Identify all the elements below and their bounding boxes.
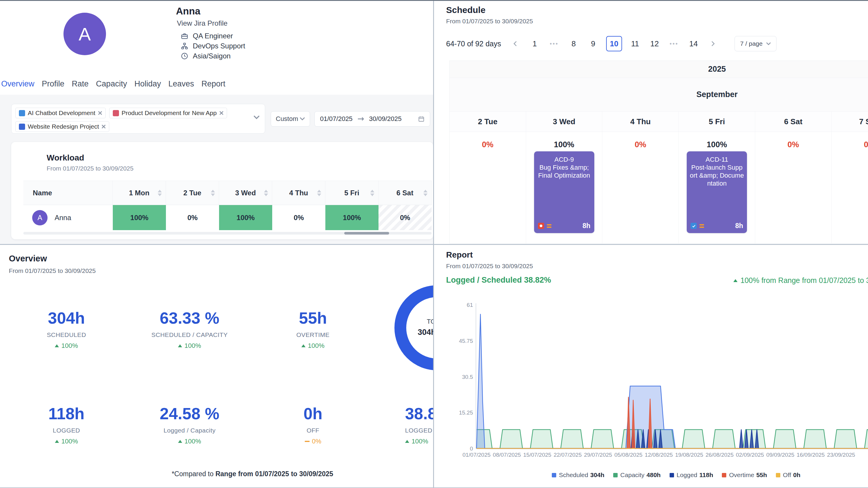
calendar-day-cell: 0% xyxy=(450,132,526,243)
workload-subtitle: From 01/07/2025 to 30/09/2025 xyxy=(46,165,133,172)
event-footer: 8h xyxy=(538,222,590,230)
close-icon[interactable] xyxy=(219,111,223,115)
legend-series-total: 0h xyxy=(793,471,800,479)
profile-timezone-row: Asia/Saigon xyxy=(181,51,230,61)
date-to-field[interactable]: 30/09/2025 xyxy=(369,115,402,123)
panel-profile-workload: A Anna View Jira Profile QA Engineer Dev… xyxy=(0,1,434,245)
project-filter-select[interactable]: AI Chatbot Development Product Developme… xyxy=(11,104,265,134)
clock-icon xyxy=(181,52,188,60)
trend-up-icon xyxy=(733,279,738,282)
schedule-event-card[interactable]: ACD-9 Bug Fixes &amp; Final Optimization… xyxy=(534,151,594,233)
page-size-select[interactable]: 7 / page xyxy=(735,36,776,51)
stat-label: OVERTIME xyxy=(297,331,330,338)
workload-cell: 100% xyxy=(219,205,272,230)
stat-value: 304h xyxy=(46,308,86,327)
stat-value: 55h xyxy=(297,308,330,327)
column-header-day[interactable]: 5 Fri xyxy=(326,181,378,205)
user-cell[interactable]: A Anna xyxy=(23,205,113,230)
chevron-down-icon[interactable] xyxy=(253,116,260,120)
legend-swatch-icon xyxy=(722,473,726,477)
legend-series-name: Overtime xyxy=(729,471,754,479)
page-number[interactable]: 8 xyxy=(567,36,580,51)
page-number-active[interactable]: 10 xyxy=(606,36,622,51)
horizontal-scrollbar[interactable] xyxy=(23,232,432,234)
legend-item[interactable]: Scheduled304h xyxy=(552,471,604,479)
sort-carets-icon[interactable] xyxy=(423,190,428,196)
pagination-ellipsis[interactable]: ••• xyxy=(668,36,681,51)
close-icon[interactable] xyxy=(98,111,102,115)
date-from-field[interactable]: 01/07/2025 xyxy=(320,115,352,123)
page-number[interactable]: 9 xyxy=(587,36,600,51)
page-number[interactable]: 1 xyxy=(528,36,541,51)
calendar-day-headers: 2 Tue 3 Wed 4 Thu 5 Fri 6 Sat 7 Sun xyxy=(450,111,868,132)
utilization-percent: 100% xyxy=(679,140,755,149)
tab-rate[interactable]: Rate xyxy=(72,79,89,89)
svg-text:30.5: 30.5 xyxy=(462,374,473,380)
column-header-day[interactable]: 2 Tue xyxy=(166,181,219,205)
day-header: 2 Tue xyxy=(450,111,526,132)
calendar-day-cell: 0% xyxy=(602,132,679,243)
stat-label: SCHEDULED / CAPACITY xyxy=(151,331,228,338)
page-number[interactable]: 11 xyxy=(628,36,642,51)
prev-page-button[interactable] xyxy=(509,36,522,51)
close-icon[interactable] xyxy=(101,125,106,129)
column-header-day[interactable]: 4 Thu xyxy=(272,181,326,205)
avatar: A xyxy=(63,13,106,55)
chevron-left-icon xyxy=(513,41,518,46)
project-avatar-icon xyxy=(113,110,119,116)
column-header-day[interactable]: 6 Sat xyxy=(378,181,432,205)
report-headline: Logged / Scheduled 38.82% xyxy=(446,275,551,285)
issue-summary: Post-launch Support &amp; Documentation xyxy=(690,163,744,187)
date-range-picker[interactable]: 01/07/2025 30/09/2025 xyxy=(314,111,430,127)
page-number[interactable]: 12 xyxy=(648,36,661,51)
stat-label: LOGGED / SCHEDULED xyxy=(405,427,434,434)
tab-overview[interactable]: Overview xyxy=(1,79,35,89)
legend-swatch-icon xyxy=(613,473,618,477)
report-subtitle: From 01/07/2025 to 30/09/2025 xyxy=(446,263,533,270)
legend-series-name: Logged xyxy=(677,471,698,479)
sort-carets-icon[interactable] xyxy=(370,190,374,196)
chevron-down-icon xyxy=(766,42,771,45)
project-tag[interactable]: AI Chatbot Development xyxy=(16,108,106,118)
legend-item[interactable]: Capacity480h xyxy=(613,471,661,479)
trend-value: 100% xyxy=(308,342,324,350)
tab-capacity[interactable]: Capacity xyxy=(96,79,127,89)
svg-text:16/09/2025: 16/09/2025 xyxy=(797,452,825,458)
project-tag[interactable]: Website Redesign Project xyxy=(16,121,109,132)
tab-profile[interactable]: Profile xyxy=(42,79,65,89)
sort-carets-icon[interactable] xyxy=(264,190,268,196)
next-page-button[interactable] xyxy=(707,36,719,51)
column-header-name[interactable]: Name xyxy=(23,181,113,205)
workload-table: Name 1 Mon 2 Tue 3 Wed 4 Thu 5 Fri 6 Sat… xyxy=(23,181,432,230)
page-number[interactable]: 14 xyxy=(687,36,700,51)
svg-text:12/08/2025: 12/08/2025 xyxy=(645,452,673,458)
scrollbar-thumb[interactable] xyxy=(344,232,389,234)
column-header-day[interactable]: 1 Mon xyxy=(113,181,166,205)
sort-carets-icon[interactable] xyxy=(158,190,162,196)
issue-key: ACD-11 xyxy=(690,156,744,163)
sort-carets-icon[interactable] xyxy=(211,190,215,196)
utilization-percent: 0% xyxy=(832,140,868,149)
day-header: 4 Thu xyxy=(602,111,679,132)
project-avatar-icon xyxy=(19,110,25,116)
column-header-day[interactable]: 3 Wed xyxy=(219,181,272,205)
tab-holiday[interactable]: Holiday xyxy=(134,79,161,89)
schedule-event-card[interactable]: ACD-11 Post-launch Support &amp; Documen… xyxy=(687,151,747,233)
day-header: 7 Sun xyxy=(832,111,868,132)
tab-leaves[interactable]: Leaves xyxy=(168,79,194,89)
view-jira-profile-link[interactable]: View Jira Profile xyxy=(177,19,228,27)
pagination-ellipsis[interactable]: ••• xyxy=(548,36,561,51)
date-preset-select[interactable]: Custom xyxy=(271,111,310,127)
tab-report[interactable]: Report xyxy=(202,79,225,89)
trend-value: 100% xyxy=(61,342,78,350)
project-tag[interactable]: Product Development for New App xyxy=(109,108,227,118)
page-title: Anna xyxy=(176,6,200,17)
user-name: Anna xyxy=(55,214,71,222)
donut-center-value: 304h/480h xyxy=(393,328,434,337)
legend-item[interactable]: Overtime55h xyxy=(722,471,767,479)
footnote-prefix: *Compared to xyxy=(172,470,215,478)
legend-item[interactable]: Off0h xyxy=(776,471,800,479)
sort-carets-icon[interactable] xyxy=(317,190,321,196)
legend-series-total: 118h xyxy=(700,471,713,479)
legend-item[interactable]: Logged118h xyxy=(670,471,713,479)
